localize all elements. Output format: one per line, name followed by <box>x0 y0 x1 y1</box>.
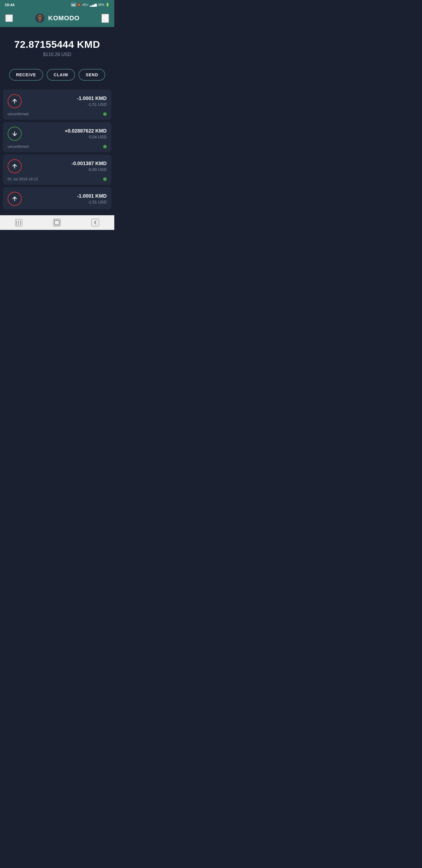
status-bar: 19:44 🔕 4G+ ▂▄▆ 39% 🔋 <box>0 0 114 9</box>
svg-line-7 <box>104 18 106 19</box>
transaction-item[interactable]: -1.0001 KMD -1.51 USD unconfirmed <box>3 89 111 120</box>
tx-top-row: +0.02887622 KMD 0.04 USD <box>8 127 107 141</box>
tx-direction-icon <box>8 192 22 206</box>
svg-line-8 <box>104 16 106 17</box>
share-button[interactable] <box>101 14 109 23</box>
tx-kmd-amount: -1.0001 KMD <box>77 193 107 199</box>
tx-bottom-row: 01 Jul 2019 19:12 <box>8 177 107 181</box>
tx-status: unconfirmed <box>8 144 29 149</box>
tx-confirmed-dot <box>103 112 107 116</box>
gallery-icon <box>71 3 76 6</box>
network-type: 4G+ <box>83 3 89 6</box>
status-icons: 🔕 4G+ ▂▄▆ 39% 🔋 <box>71 3 109 7</box>
tx-direction-icon <box>8 127 22 141</box>
balance-section: 72.87155444 KMD $110.26 USD <box>0 27 114 66</box>
claim-button[interactable]: CLAIM <box>46 69 75 81</box>
menu-icon: ||| <box>16 220 22 226</box>
transaction-item[interactable]: +0.02887622 KMD 0.04 USD unconfirmed <box>3 122 111 152</box>
page-title: KOMODO <box>48 14 79 22</box>
bottom-menu-button[interactable]: ||| <box>15 219 22 226</box>
bottom-back-button[interactable] <box>91 219 99 226</box>
tx-kmd-amount: -1.0001 KMD <box>77 96 107 101</box>
tx-status: unconfirmed <box>8 112 29 116</box>
tx-amounts: -0.001387 KMD -0.00 USD <box>71 161 107 172</box>
status-time: 19:44 <box>5 3 14 7</box>
back-chevron-icon <box>92 219 98 226</box>
tx-usd-amount: 0.04 USD <box>89 134 107 139</box>
nav-title-group: KOMODO <box>35 13 79 24</box>
tx-usd-amount: -0.00 USD <box>88 167 107 172</box>
tx-status: 01 Jul 2019 19:12 <box>8 177 38 181</box>
mute-icon: 🔕 <box>77 3 81 7</box>
transaction-list: -1.0001 KMD -1.51 USD unconfirmed +0.028… <box>0 89 114 209</box>
tx-usd-amount: -1.51 USD <box>88 102 107 107</box>
tx-top-row: -1.0001 KMD -1.51 USD <box>8 94 107 108</box>
battery-icon: 🔋 <box>105 3 109 7</box>
tx-direction-icon <box>8 159 22 173</box>
tx-usd-amount: -1.51 USD <box>88 200 107 205</box>
transaction-item[interactable]: -0.001387 KMD -0.00 USD 01 Jul 2019 19:1… <box>3 155 111 185</box>
tx-confirmed-dot <box>103 178 107 181</box>
tx-amounts: +0.02887622 KMD 0.04 USD <box>65 128 107 139</box>
home-icon <box>54 219 60 226</box>
action-buttons: RECEIVE CLAIM SEND <box>0 66 114 89</box>
tx-amounts: -1.0001 KMD -1.51 USD <box>77 96 107 107</box>
tx-bottom-row: unconfirmed <box>8 144 107 149</box>
balance-amount: 72.87155444 KMD <box>14 39 100 50</box>
bottom-nav: ||| <box>0 215 114 230</box>
svg-rect-13 <box>55 220 60 225</box>
tx-top-row: -1.0001 KMD -1.51 USD <box>8 192 107 206</box>
back-button[interactable] <box>5 14 13 22</box>
tx-amounts: -1.0001 KMD -1.51 USD <box>77 193 107 205</box>
komodo-logo <box>35 13 45 24</box>
signal-bars: ▂▄▆ <box>90 3 97 7</box>
balance-usd: $110.26 USD <box>43 52 71 57</box>
tx-direction-icon <box>8 94 22 108</box>
tx-kmd-amount: -0.001387 KMD <box>71 161 107 166</box>
battery-level: 39% <box>98 3 104 6</box>
top-nav: KOMODO <box>0 9 114 27</box>
send-button[interactable]: SEND <box>78 69 105 81</box>
tx-bottom-row: unconfirmed <box>8 112 107 116</box>
tx-confirmed-dot <box>103 145 107 148</box>
tx-kmd-amount: +0.02887622 KMD <box>65 128 107 134</box>
receive-button[interactable]: RECEIVE <box>9 69 43 81</box>
transaction-item[interactable]: -1.0001 KMD -1.51 USD <box>3 187 111 209</box>
svg-point-3 <box>38 17 41 20</box>
bottom-home-button[interactable] <box>53 219 61 226</box>
tx-top-row: -0.001387 KMD -0.00 USD <box>8 159 107 173</box>
